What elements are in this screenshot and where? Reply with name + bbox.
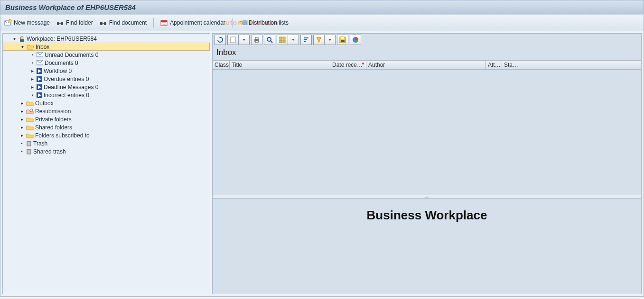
list-title: Inbox bbox=[213, 46, 641, 60]
expand-icon[interactable]: ▸ bbox=[29, 76, 35, 82]
tree-node-private-folders[interactable]: ▸ Private folders bbox=[3, 115, 210, 123]
column-header-class[interactable]: Class bbox=[213, 61, 230, 69]
svg-rect-9 bbox=[161, 20, 167, 22]
new-message-icon bbox=[4, 19, 12, 26]
column-header-att[interactable]: Att… bbox=[486, 61, 502, 69]
print-button[interactable] bbox=[251, 35, 262, 45]
folder-icon bbox=[26, 100, 34, 106]
magnifier-icon bbox=[266, 36, 273, 43]
svg-rect-7 bbox=[102, 23, 104, 24]
svg-rect-28 bbox=[27, 150, 31, 154]
trash-icon bbox=[26, 148, 32, 154]
new-message-button[interactable]: New message bbox=[4, 19, 50, 26]
collapse-icon[interactable]: ▾ bbox=[19, 44, 25, 49]
content-area: Inbox Class Title Date rece…▼ Author Att… bbox=[212, 33, 642, 294]
tree-node-workplace[interactable]: ▾ Workplace: EHP6USER584 bbox=[3, 35, 210, 43]
tree-node-trash[interactable]: • Trash bbox=[3, 139, 210, 147]
bullet-icon: • bbox=[19, 149, 25, 154]
sort-indicator-icon: ▼ bbox=[361, 62, 365, 66]
expand-icon[interactable]: ▸ bbox=[19, 100, 25, 106]
grid-header: Class Title Date rece…▼ Author Att… Sta… bbox=[213, 60, 641, 70]
window-title-bar: Business Workplace of EHP6USER584 bbox=[0, 0, 644, 14]
tree-node-deadline[interactable]: ▸ Deadline Messages 0 bbox=[3, 83, 210, 91]
chevron-down-icon bbox=[328, 36, 332, 43]
folder-icon bbox=[26, 117, 34, 122]
dropdown-button[interactable] bbox=[238, 35, 250, 45]
svg-rect-42 bbox=[304, 41, 306, 42]
tree-label: Outbox bbox=[35, 100, 54, 107]
dropdown-button[interactable] bbox=[324, 35, 336, 45]
save-button[interactable] bbox=[337, 35, 348, 45]
tree-node-subscribed[interactable]: ▸ Folders subscribed to bbox=[3, 131, 210, 139]
svg-rect-4 bbox=[59, 23, 61, 24]
tree-label: Inbox bbox=[36, 44, 49, 50]
distribution-lists-button[interactable]: Distribution lists bbox=[239, 19, 289, 26]
main-area: ▾ Workplace: EHP6USER584 ▾ Inbox • Unrea… bbox=[0, 31, 644, 297]
expand-icon[interactable]: ▸ bbox=[19, 117, 25, 122]
refresh-button[interactable] bbox=[215, 35, 226, 45]
folder-icon bbox=[26, 125, 34, 130]
find-folder-button[interactable]: Find folder bbox=[56, 19, 93, 26]
expand-icon[interactable]: ▸ bbox=[29, 84, 35, 90]
play-icon bbox=[37, 68, 42, 74]
envelope-icon bbox=[37, 60, 43, 65]
preview-panel: Business Workplace bbox=[212, 198, 642, 294]
svg-rect-37 bbox=[283, 37, 285, 39]
bullet-icon: • bbox=[29, 53, 35, 57]
svg-rect-33 bbox=[255, 41, 258, 43]
appointment-calendar-button[interactable]: Appointment calendar bbox=[160, 19, 225, 26]
filter-icon bbox=[316, 36, 322, 43]
expand-icon[interactable]: ▸ bbox=[19, 109, 25, 114]
tree-node-inbox[interactable]: ▾ Inbox bbox=[3, 43, 210, 51]
tree-node-overdue[interactable]: ▸ Overdue entries 0 bbox=[3, 75, 210, 83]
calendar-icon bbox=[160, 19, 168, 26]
bullet-icon: • bbox=[29, 61, 35, 65]
envelope-icon bbox=[37, 52, 43, 57]
folder-icon bbox=[26, 133, 34, 138]
svg-rect-18 bbox=[20, 39, 24, 42]
svg-rect-26 bbox=[27, 142, 31, 146]
sort-button[interactable] bbox=[300, 35, 312, 45]
collapse-icon[interactable]: ▾ bbox=[11, 36, 17, 41]
svg-rect-29 bbox=[27, 149, 31, 150]
tree-node-documents[interactable]: • Documents 0 bbox=[3, 59, 210, 67]
pie-chart-icon bbox=[352, 36, 359, 43]
svg-line-35 bbox=[271, 41, 272, 43]
filter-button[interactable] bbox=[313, 35, 325, 45]
expand-icon[interactable]: ▸ bbox=[29, 68, 35, 73]
svg-rect-41 bbox=[304, 39, 307, 40]
svg-rect-45 bbox=[341, 40, 345, 42]
layout-button[interactable] bbox=[277, 35, 288, 45]
svg-rect-32 bbox=[255, 37, 258, 39]
detail-button[interactable] bbox=[264, 35, 275, 45]
column-header-date[interactable]: Date rece…▼ bbox=[330, 61, 366, 69]
svg-rect-36 bbox=[280, 37, 282, 39]
svg-point-17 bbox=[20, 36, 23, 39]
expand-icon[interactable]: ▸ bbox=[19, 133, 25, 138]
column-header-author[interactable]: Author bbox=[366, 61, 486, 69]
save-icon bbox=[339, 36, 346, 43]
chart-button[interactable] bbox=[350, 35, 361, 45]
svg-rect-27 bbox=[27, 141, 31, 142]
play-icon bbox=[37, 76, 42, 82]
distribution-icon bbox=[239, 19, 247, 26]
tree-node-unread[interactable]: • Unread Documents 0 bbox=[3, 51, 210, 59]
tree-label: Unread Documents 0 bbox=[45, 52, 98, 58]
tree-node-shared-trash[interactable]: • Shared trash bbox=[3, 147, 210, 155]
sort-icon bbox=[303, 36, 309, 43]
tree-label: Folders subscribed to bbox=[35, 132, 90, 139]
dropdown-button[interactable] bbox=[288, 35, 299, 45]
play-icon bbox=[37, 84, 42, 90]
create-button[interactable] bbox=[227, 35, 239, 45]
chevron-down-icon bbox=[291, 36, 295, 43]
column-header-sta[interactable]: Sta… bbox=[502, 61, 518, 69]
tree-node-incorrect[interactable]: • Incorrect entries 0 bbox=[3, 91, 210, 99]
expand-icon[interactable]: ▸ bbox=[19, 125, 25, 130]
find-document-button[interactable]: Find document tutorialkart.com bbox=[100, 19, 147, 26]
tree-node-resubmission[interactable]: ▸ Resubmission bbox=[3, 107, 210, 115]
tree-label: Private folders bbox=[35, 116, 72, 123]
tree-node-shared-folders[interactable]: ▸ Shared folders bbox=[3, 123, 210, 131]
tree-node-workflow[interactable]: ▸ Workflow 0 bbox=[3, 67, 210, 75]
column-header-title[interactable]: Title bbox=[230, 61, 330, 69]
tree-node-outbox[interactable]: ▸ Outbox bbox=[3, 99, 210, 107]
